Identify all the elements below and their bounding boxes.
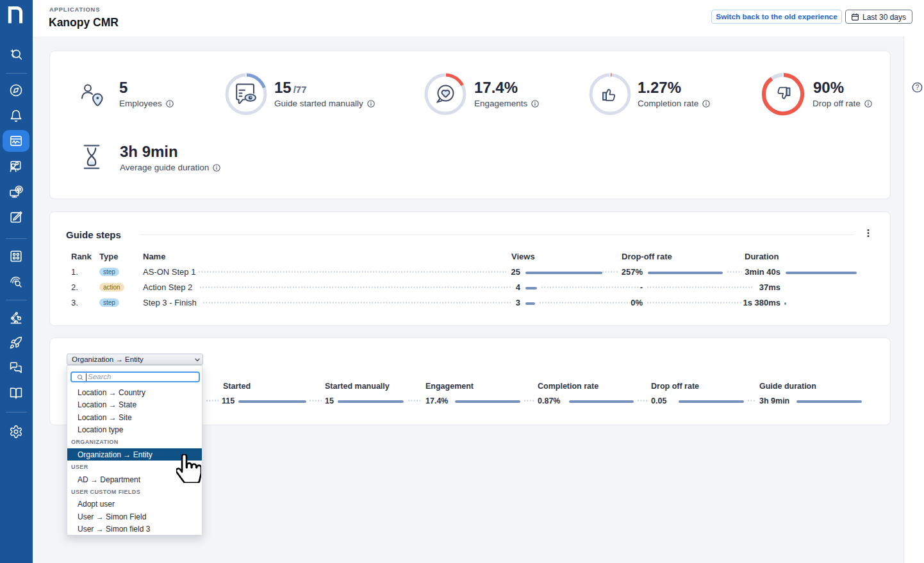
svg-text:?: ? — [916, 84, 920, 91]
